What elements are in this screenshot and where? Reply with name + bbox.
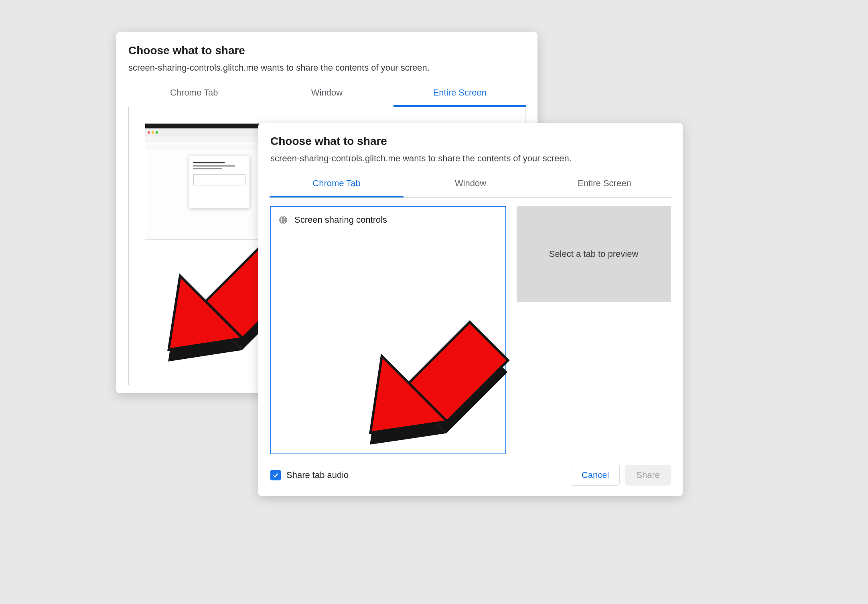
preview-placeholder-text: Select a tab to preview: [549, 249, 639, 259]
dialog-footer: Share tab audio Cancel Share: [270, 454, 671, 486]
share-button[interactable]: Share: [625, 465, 671, 486]
screen-thumbnail[interactable]: [145, 123, 265, 240]
tab-list-item[interactable]: Screen sharing controls: [278, 213, 499, 227]
dialog-description: screen-sharing-controls.glitch.me wants …: [128, 63, 525, 73]
tab-window[interactable]: Window: [404, 173, 537, 197]
tab-list-item-label: Screen sharing controls: [294, 215, 387, 225]
source-tabs: Chrome Tab Window Entire Screen: [270, 173, 671, 198]
thumbnail-tabstrip: [145, 136, 265, 142]
tab-chrome-tab[interactable]: Chrome Tab: [128, 82, 260, 107]
dialog-title: Choose what to share: [128, 44, 525, 57]
tab-chrome-tab[interactable]: Chrome Tab: [270, 173, 404, 197]
thumbnail-traffic-lights: [145, 128, 265, 136]
thumbnail-inner-dialog: [189, 156, 249, 208]
chrome-tab-content: Screen sharing controls Select a tab to …: [270, 198, 671, 454]
share-tab-audio-checkbox[interactable]: [270, 470, 281, 480]
globe-icon: [278, 215, 288, 225]
share-tab-audio-label: Share tab audio: [286, 470, 349, 480]
share-tab-audio-option[interactable]: Share tab audio: [270, 470, 349, 480]
tab-entire-screen[interactable]: Entire Screen: [393, 82, 526, 107]
thumbnail-url-bar: [145, 142, 265, 148]
tab-entire-screen[interactable]: Entire Screen: [537, 173, 671, 197]
source-tabs: Chrome Tab Window Entire Screen: [128, 82, 526, 107]
tab-source-list: Screen sharing controls: [270, 206, 506, 454]
dialog-description: screen-sharing-controls.glitch.me wants …: [270, 153, 671, 164]
cancel-button[interactable]: Cancel: [571, 465, 620, 486]
tab-preview-placeholder: Select a tab to preview: [517, 206, 671, 302]
thumbnail-menubar: [145, 124, 265, 128]
tab-window[interactable]: Window: [260, 82, 393, 107]
share-dialog-chrome-tab: Choose what to share screen-sharing-cont…: [258, 123, 683, 496]
dialog-title: Choose what to share: [270, 135, 671, 148]
thumbnail-body: [145, 148, 265, 239]
